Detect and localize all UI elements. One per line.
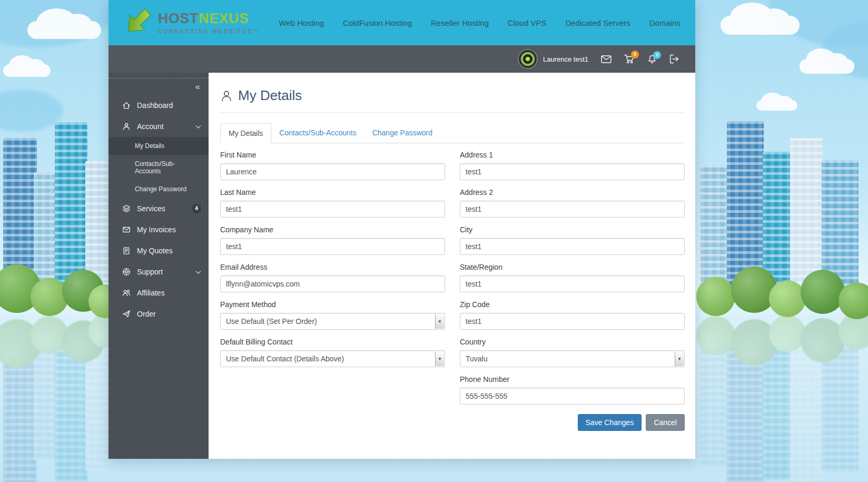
form-column-left: First Name Last Name Company Name Email … [220, 151, 445, 431]
sidebar-item-order[interactable]: Order [108, 303, 209, 324]
field-label: City [460, 225, 685, 234]
sidebar-item-my-quotes[interactable]: My Quotes [108, 240, 209, 261]
sidebar-subitem-change-password[interactable]: Change Password [108, 180, 209, 198]
brand-logo[interactable]: HOSTNEXUS CONNECTING WEBSITES™ [123, 7, 260, 38]
page-header: My Details [220, 87, 685, 104]
field-address-1: Address 1 [460, 151, 685, 180]
sidebar-item-affiliates[interactable]: Affiliates [108, 282, 209, 303]
field-city: City [460, 225, 685, 255]
building-reflection [763, 343, 791, 480]
field-label: Payment Method [220, 300, 445, 309]
save-changes-button[interactable]: Save Changes [578, 414, 642, 431]
tree [696, 277, 735, 316]
sidebar-subitem-contacts-sub-accounts[interactable]: Contacts/Sub-Accounts [108, 155, 209, 180]
building-reflection [701, 343, 729, 467]
field-default-billing-contact: Default Billing Contact Use Default Cont… [220, 338, 445, 367]
field-label: Country [460, 338, 685, 346]
user-menu[interactable]: Laurence test1 [518, 49, 588, 69]
nav-item-domains[interactable]: Domains [649, 18, 680, 27]
user-icon [122, 122, 131, 131]
people-icon [122, 289, 131, 297]
country-select[interactable]: Tuvalu [460, 350, 685, 367]
sidebar-item-label: Affiliates [137, 289, 165, 297]
invoice-icon [122, 225, 131, 234]
first-name-input[interactable] [220, 163, 445, 180]
main-content: My Details My Details Contacts/Sub-Accou… [209, 73, 695, 459]
city-input[interactable] [460, 238, 685, 255]
address2-input[interactable] [460, 201, 685, 218]
main-header: HOSTNEXUS CONNECTING WEBSITES™ Web Hosti… [108, 0, 695, 45]
sidebar-item-support[interactable]: Support [108, 261, 209, 282]
nav-item-dedicated-servers[interactable]: Dedicated Servers [565, 18, 630, 27]
nav-item-web-hosting[interactable]: Web Hosting [279, 18, 324, 27]
building-reflection [34, 347, 57, 460]
user-icon [220, 90, 233, 102]
tree-reflection [769, 315, 806, 352]
cancel-button[interactable]: Cancel [646, 414, 685, 431]
field-first-name: First Name [220, 151, 445, 180]
field-last-name: Last Name [220, 188, 445, 218]
field-payment-method: Payment Method Use Default (Set Per Orde… [220, 300, 445, 330]
sidebar-subitem-my-details[interactable]: My Details [108, 137, 209, 155]
field-label: State/Region [460, 263, 685, 271]
email-address-input[interactable] [220, 276, 445, 292]
nav-item-reseller-hosting[interactable]: Reseller Hosting [431, 18, 489, 27]
building [701, 165, 729, 289]
title-divider [220, 112, 685, 113]
sidebar-item-my-invoices[interactable]: My Invoices [108, 219, 209, 240]
field-country: Country Tuvalu [460, 338, 685, 367]
page-title: My Details [238, 87, 302, 104]
brand-name: HOSTNEXUS [158, 12, 260, 26]
sidebar-item-account[interactable]: Account [108, 116, 209, 137]
tree-reflection [696, 316, 735, 355]
phone-number-input[interactable] [460, 388, 685, 405]
address1-input[interactable] [460, 163, 685, 180]
default-billing-contact-select[interactable]: Use Default Contact (Details Above) [220, 350, 445, 367]
tree [801, 270, 845, 314]
brand-tagline: CONNECTING WEBSITES™ [158, 28, 260, 34]
avatar [518, 49, 538, 69]
nav-item-coldfusion-hosting[interactable]: ColdFusion Hosting [343, 18, 412, 27]
logout-button[interactable] [669, 54, 679, 64]
field-company-name: Company Name [220, 225, 445, 255]
notifications-button[interactable]: 2 [647, 55, 657, 64]
state-region-input[interactable] [460, 276, 685, 292]
building-reflection [85, 350, 111, 471]
nav-item-cloud-vps[interactable]: Cloud VPS [508, 18, 546, 27]
field-phone-number: Phone Number [460, 375, 685, 405]
field-label: Address 1 [460, 151, 685, 159]
select-value: Tuvalu [466, 355, 488, 363]
app-body: « Dashboard Account My Details Contacts/… [108, 73, 695, 459]
user-bar: Laurence test1 0 2 [108, 45, 695, 73]
tab-my-details[interactable]: My Details [220, 123, 271, 143]
chevron-down-icon [435, 351, 444, 366]
sidebar-collapse-button[interactable]: « [108, 78, 209, 95]
sidebar-item-label: My Quotes [137, 247, 173, 255]
sidebar-item-services[interactable]: Services 4 [108, 198, 209, 219]
building [85, 161, 111, 282]
logout-icon [669, 54, 679, 64]
messages-button[interactable] [601, 55, 611, 63]
field-label: Default Billing Contact [220, 338, 445, 346]
last-name-input[interactable] [220, 201, 445, 218]
sidebar-item-dashboard[interactable]: Dashboard [108, 95, 209, 116]
sidebar-item-label: Order [137, 310, 156, 318]
home-icon [122, 101, 131, 110]
cart-button[interactable]: 0 [624, 54, 635, 64]
tab-bar: My Details Contacts/Sub-Accounts Change … [220, 123, 685, 143]
payment-method-select[interactable]: Use Default (Set Per Order) [220, 313, 445, 330]
tab-change-password[interactable]: Change Password [364, 123, 440, 143]
tab-contacts-sub-accounts[interactable]: Contacts/Sub-Accounts [271, 123, 364, 143]
zip-code-input[interactable] [460, 313, 685, 330]
chevron-down-icon [675, 351, 684, 366]
rocket-icon [122, 310, 131, 318]
building-reflection [822, 346, 859, 472]
field-email-address: Email Address [220, 263, 445, 292]
mail-icon [601, 55, 611, 63]
company-name-input[interactable] [220, 238, 445, 255]
form-column-right: Address 1 Address 2 City State/Region [460, 151, 685, 431]
form-actions: Save Changes Cancel [460, 414, 685, 431]
sidebar: « Dashboard Account My Details Contacts/… [108, 73, 209, 459]
document-icon [122, 247, 131, 255]
building [822, 160, 859, 287]
